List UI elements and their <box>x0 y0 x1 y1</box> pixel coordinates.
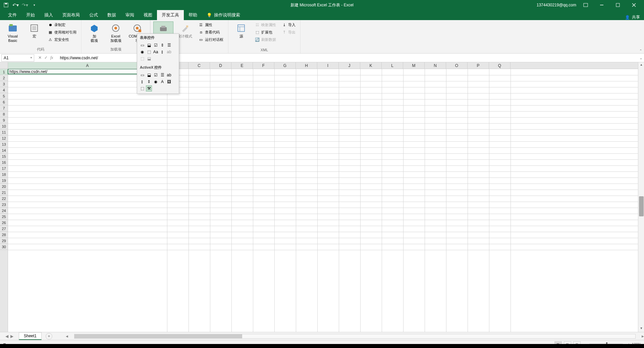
menutab-插入[interactable]: 插入 <box>40 10 58 20</box>
save-icon[interactable] <box>3 2 9 8</box>
vertical-scrollbar[interactable]: ▲ ▼ <box>638 62 644 332</box>
col-header-I[interactable]: I <box>317 62 339 69</box>
minimize-icon[interactable] <box>595 0 608 10</box>
hscroll-right-icon[interactable]: ▶ <box>642 335 644 338</box>
ax-more-controls-icon[interactable]: ⚒ <box>146 85 152 91</box>
row-header-6[interactable]: 6 <box>0 99 8 105</box>
qat-customize-icon[interactable]: ▾ <box>32 2 37 8</box>
import-button[interactable]: ⤓导入 <box>279 21 298 28</box>
vscroll-thumb[interactable] <box>639 196 644 216</box>
col-header-N[interactable]: N <box>425 62 446 69</box>
form-scrollbar-icon[interactable]: ⫿ <box>159 49 165 55</box>
sheet-nav-next-icon[interactable]: ▶ <box>10 334 13 339</box>
relative-ref-button[interactable]: ▦使用相对引用 <box>46 29 78 36</box>
ribbon-options-icon[interactable] <box>579 0 592 10</box>
fx-icon[interactable]: fx <box>50 55 53 60</box>
source-button[interactable]: 源 <box>231 21 251 40</box>
col-header-K[interactable]: K <box>360 62 382 69</box>
row-header-8[interactable]: 8 <box>0 111 8 117</box>
row-header-19[interactable]: 19 <box>0 178 8 184</box>
row-header-18[interactable]: 18 <box>0 171 8 178</box>
row-header-16[interactable]: 16 <box>0 159 8 165</box>
menutab-开发工具[interactable]: 开发工具 <box>157 10 184 20</box>
row-header-4[interactable]: 4 <box>0 87 8 93</box>
col-header-Q[interactable]: Q <box>489 62 511 69</box>
user-email[interactable]: 1374430219@qq.com <box>537 3 576 7</box>
menutab-公式[interactable]: 公式 <box>85 10 103 20</box>
col-header-L[interactable]: L <box>382 62 403 69</box>
view-code-button[interactable]: ⧈查看代码 <box>196 29 225 36</box>
row-header-7[interactable]: 7 <box>0 105 8 111</box>
row-header-9[interactable]: 9 <box>0 117 8 123</box>
form-textfield-icon[interactable]: ab <box>166 49 172 55</box>
horizontal-scrollbar[interactable]: ◀ ▶ <box>66 334 644 339</box>
row-header-12[interactable]: 12 <box>0 135 8 141</box>
form-combo2-icon[interactable]: ⬚ <box>139 56 145 62</box>
row-header-11[interactable]: 11 <box>0 129 8 135</box>
undo-icon[interactable]: ↶▾ <box>13 2 18 8</box>
row-header-10[interactable]: 10 <box>0 123 8 129</box>
menutab-帮助[interactable]: 帮助 <box>184 10 202 20</box>
macros-button[interactable]: 宏 <box>24 21 44 40</box>
ax-listbox-icon[interactable]: ☰ <box>159 72 165 78</box>
col-header-C[interactable]: C <box>189 62 210 69</box>
row-header-1[interactable]: 1 <box>0 69 8 75</box>
form-label-icon[interactable]: Aa <box>153 49 159 55</box>
name-box[interactable]: A1▼ <box>1 54 34 62</box>
menutab-数据[interactable]: 数据 <box>103 10 121 20</box>
form-spinner-icon[interactable]: ⇕ <box>159 42 165 48</box>
ax-textbox-icon[interactable]: ab <box>166 72 172 78</box>
row-header-20[interactable]: 20 <box>0 184 8 190</box>
col-header-H[interactable]: H <box>296 62 317 69</box>
row-header-23[interactable]: 23 <box>0 202 8 208</box>
menutab-审阅[interactable]: 审阅 <box>121 10 139 20</box>
ax-scrollbar-icon[interactable]: ⫿ <box>139 79 145 85</box>
row-header-14[interactable]: 14 <box>0 147 8 153</box>
expansion-pack-button[interactable]: ⬚扩展包 <box>253 29 278 36</box>
ax-checkbox-icon[interactable]: ☑ <box>153 72 159 78</box>
menutab-文件[interactable]: 文件 <box>3 10 21 20</box>
close-icon[interactable] <box>627 0 641 10</box>
row-header-30[interactable]: 30 <box>0 244 8 250</box>
chevron-down-icon[interactable]: ▼ <box>30 56 33 59</box>
properties-button[interactable]: ☰属性 <box>196 21 225 28</box>
ax-spinner-icon[interactable]: ⇕ <box>146 79 152 85</box>
col-header-O[interactable]: O <box>446 62 468 69</box>
row-header-25[interactable]: 25 <box>0 214 8 220</box>
form-checkbox-icon[interactable]: ☑ <box>153 42 159 48</box>
col-header-G[interactable]: G <box>274 62 296 69</box>
form-button-icon[interactable]: ▭ <box>139 42 145 48</box>
row-header-27[interactable]: 27 <box>0 226 8 232</box>
visual-basic-button[interactable]: Visual Basic <box>3 21 23 44</box>
ax-option-icon[interactable]: ◉ <box>153 79 159 85</box>
hscroll-left-icon[interactable]: ◀ <box>66 335 68 338</box>
cancel-icon[interactable]: ✕ <box>38 55 42 60</box>
row-header-17[interactable]: 17 <box>0 165 8 171</box>
menutab-页面布局[interactable]: 页面布局 <box>58 10 85 20</box>
addins-button[interactable]: 加 载项 <box>84 21 104 44</box>
form-dropdown-icon[interactable]: ⬓ <box>146 56 152 62</box>
row-header-26[interactable]: 26 <box>0 220 8 226</box>
collapse-ribbon-icon[interactable]: ⌃ <box>639 49 642 53</box>
row-header-21[interactable]: 21 <box>0 190 8 196</box>
form-combo-icon[interactable]: ⬓ <box>146 42 152 48</box>
maximize-icon[interactable] <box>611 0 625 10</box>
form-listbox-icon[interactable]: ☰ <box>166 42 172 48</box>
ax-image-icon[interactable]: 🖼 <box>166 79 172 85</box>
scroll-up-icon[interactable]: ▲ <box>639 63 644 68</box>
row-header-15[interactable]: 15 <box>0 153 8 159</box>
record-macro-button[interactable]: ⏺录制宏 <box>46 21 78 28</box>
form-option-icon[interactable]: ◉ <box>139 49 145 55</box>
select-all-button[interactable] <box>0 62 8 69</box>
row-header-3[interactable]: 3 <box>0 81 8 87</box>
col-header-F[interactable]: F <box>253 62 274 69</box>
accept-icon[interactable]: ✓ <box>44 55 48 60</box>
form-groupbox-icon[interactable]: ⬚ <box>146 49 152 55</box>
row-header-5[interactable]: 5 <box>0 93 8 99</box>
ax-button-icon[interactable]: ▭ <box>139 72 145 78</box>
sheet-tab[interactable]: Sheet1 <box>19 332 42 340</box>
row-header-28[interactable]: 28 <box>0 232 8 238</box>
help-search[interactable]: 💡 操作说明搜索 <box>202 10 245 20</box>
menutab-视图[interactable]: 视图 <box>139 10 157 20</box>
row-header-2[interactable]: 2 <box>0 75 8 81</box>
